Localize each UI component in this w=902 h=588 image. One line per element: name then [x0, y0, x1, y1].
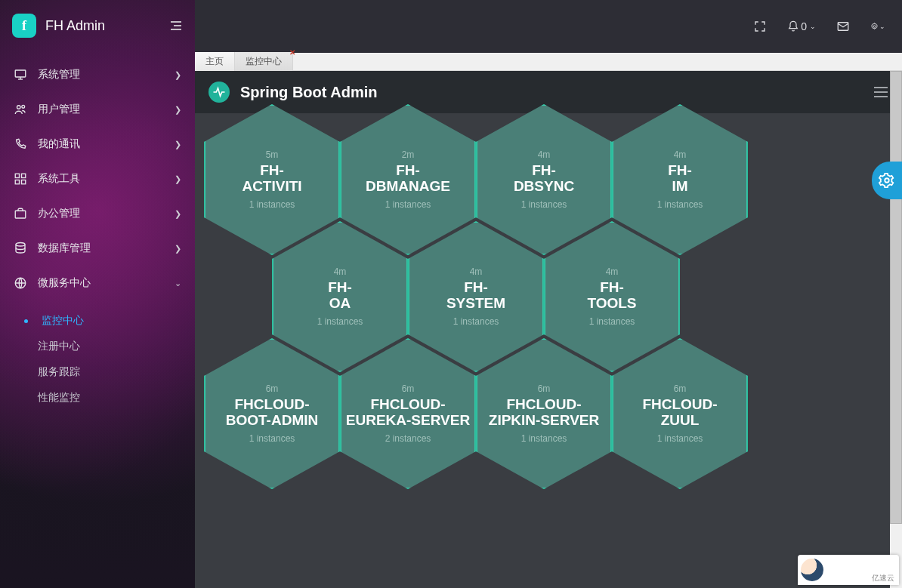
hex-service-name: FHCLOUD- EUREKA-SERVER	[346, 397, 470, 429]
svg-point-13	[16, 243, 25, 247]
users-icon	[14, 103, 27, 116]
hex-uptime: 4m	[334, 266, 347, 277]
brand: f FH Admin	[0, 0, 195, 51]
sidebar: f FH Admin 系统管理 ❯ 用户管理 ❯ 我的通讯 ❯ 系统工具 ❯	[0, 0, 195, 588]
chevron-right-icon: ❯	[175, 105, 181, 115]
notifications-button[interactable]: 0 ⌄	[787, 20, 816, 32]
tab-home[interactable]: 主页	[195, 52, 235, 71]
hex-instance-count: 1 instances	[521, 433, 567, 444]
hex-instance-count: 1 instances	[249, 199, 295, 210]
sidebar-item-database-manage[interactable]: 数据库管理 ❯	[0, 231, 195, 266]
hex-service-name: FH- SYSTEM	[446, 280, 505, 312]
hex-uptime: 5m	[266, 149, 279, 160]
svg-rect-11	[22, 180, 26, 184]
bell-icon	[787, 20, 799, 32]
chevron-down-icon: ⌄	[879, 23, 885, 30]
hex-instance-count: 1 instances	[453, 316, 499, 327]
hex-instance-count: 2 instances	[385, 433, 431, 444]
grid-icon	[14, 172, 27, 186]
subnav-register-center[interactable]: 注册中心	[35, 334, 195, 359]
hex-instance-count: 1 instances	[317, 316, 363, 327]
hex-uptime: 4m	[674, 149, 687, 160]
topbar: 0 ⌄ ⌄	[195, 0, 902, 53]
svg-rect-10	[15, 180, 19, 184]
svg-rect-8	[15, 174, 19, 177]
chat-brand: 亿速云	[872, 573, 894, 583]
fullscreen-icon[interactable]	[752, 19, 768, 34]
settings-button[interactable]: ⌄	[870, 19, 885, 34]
hex-uptime: 6m	[538, 383, 551, 394]
subnav-label: 服务跟踪	[38, 365, 80, 379]
hex-service-name: FHCLOUD- BOOT-ADMIN	[226, 397, 318, 429]
mail-icon[interactable]	[836, 19, 851, 34]
brand-logo: f	[12, 14, 36, 38]
hex-grid: 5mFH- ACTIVITI1 instances2mFH- DBMANAGE1…	[195, 113, 902, 581]
brand-title: FH Admin	[45, 18, 105, 34]
sidebar-item-label: 办公管理	[38, 207, 80, 220]
sidebar-item-user-manage[interactable]: 用户管理 ❯	[0, 92, 195, 127]
chevron-down-icon: ⌄	[175, 279, 181, 288]
avatar	[801, 559, 823, 581]
sidebar-item-label: 系统管理	[38, 68, 80, 82]
scrollbar-thumb[interactable]	[890, 71, 902, 524]
briefcase-icon	[14, 207, 27, 220]
gear-icon	[879, 172, 895, 189]
hex-uptime: 6m	[402, 383, 415, 394]
hex-instance-count: 1 instances	[657, 433, 703, 444]
chevron-down-icon: ⌄	[810, 23, 816, 30]
subnav-label: 注册中心	[38, 340, 80, 353]
subnav-label: 性能监控	[38, 391, 80, 405]
hex-uptime: 6m	[266, 383, 279, 394]
sidebar-item-system-tools[interactable]: 系统工具 ❯	[0, 162, 195, 196]
sba-menu-icon[interactable]	[873, 87, 888, 97]
sidebar-nav: 系统管理 ❯ 用户管理 ❯ 我的通讯 ❯ 系统工具 ❯ 办公管理 ❯ 数据库管理…	[0, 51, 195, 306]
subnav-perf-monitor[interactable]: 性能监控	[35, 385, 195, 411]
hex-uptime: 6m	[674, 383, 687, 394]
hex-service-name: FH- OA	[328, 280, 352, 312]
sidebar-item-microservice[interactable]: 微服务中心 ⌄	[0, 266, 195, 300]
svg-rect-9	[22, 174, 26, 177]
hex-uptime: 2m	[402, 149, 415, 160]
sba-logo-icon	[209, 82, 230, 103]
sidebar-item-office-manage[interactable]: 办公管理 ❯	[0, 196, 195, 231]
chevron-right-icon: ❯	[175, 140, 181, 149]
tab-monitor-center[interactable]: 监控中心✕	[235, 52, 293, 71]
sidebar-item-label: 用户管理	[38, 103, 80, 116]
svg-point-7	[22, 105, 25, 108]
sidebar-item-label: 系统工具	[38, 172, 80, 186]
main: 0 ⌄ ⌄ 主页 监控中心✕ Spring Boot Admin 5mFH- A…	[195, 0, 902, 588]
gear-icon	[870, 20, 879, 33]
hex-instance-count: 1 instances	[249, 433, 295, 444]
monitor-icon	[14, 68, 27, 82]
sidebar-toggle-icon[interactable]	[169, 20, 183, 31]
hex-service-name: FH- TOOLS	[587, 280, 636, 312]
sidebar-item-label: 我的通讯	[38, 137, 80, 151]
hex-service-name: FH- DBMANAGE	[366, 163, 450, 195]
scrollbar[interactable]	[890, 71, 902, 588]
chevron-right-icon: ❯	[175, 244, 181, 254]
globe-icon	[14, 276, 27, 290]
svg-point-6	[17, 106, 21, 109]
close-icon[interactable]: ✕	[289, 48, 295, 57]
hex-instance-count: 1 instances	[385, 199, 431, 210]
chevron-right-icon: ❯	[175, 70, 181, 80]
hex-instance-count: 1 instances	[657, 199, 703, 210]
subnav-monitor-center[interactable]: 监控中心	[35, 308, 195, 334]
hex-uptime: 4m	[606, 266, 619, 277]
svg-point-16	[873, 26, 876, 28]
hex-instance-count: 1 instances	[589, 316, 635, 327]
chevron-right-icon: ❯	[175, 209, 181, 219]
sidebar-item-label: 微服务中心	[38, 276, 91, 290]
sidebar-subnav: 监控中心 注册中心 服务跟踪 性能监控	[0, 306, 195, 417]
hex-service-name: FH- ACTIVITI	[242, 163, 301, 195]
subnav-service-trace[interactable]: 服务跟踪	[35, 359, 195, 385]
svg-rect-12	[15, 211, 26, 218]
hex-service-name: FHCLOUD- ZUUL	[642, 397, 717, 429]
sidebar-item-my-comm[interactable]: 我的通讯 ❯	[0, 127, 195, 162]
sidebar-item-system-manage[interactable]: 系统管理 ❯	[0, 57, 195, 92]
floating-settings-button[interactable]	[872, 162, 902, 199]
sba-frame: Spring Boot Admin 5mFH- ACTIVITI1 instan…	[195, 71, 902, 588]
chat-widget[interactable]: 亿速云	[798, 555, 899, 585]
svg-point-20	[885, 178, 889, 183]
sba-title: Spring Boot Admin	[240, 84, 377, 101]
